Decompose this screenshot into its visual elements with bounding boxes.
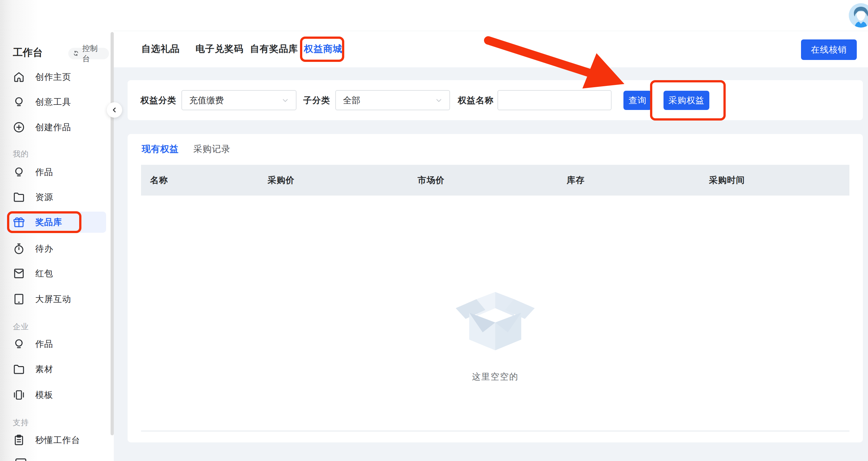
sidebar-scrollbar[interactable] [111, 32, 114, 435]
category-select[interactable]: 充值缴费 [181, 90, 297, 110]
sidebar-item-label: 待办 [35, 243, 53, 254]
sidebar-item-label: 创建作品 [35, 122, 71, 133]
screen-icon [12, 293, 26, 306]
subcategory-select[interactable]: 全部 [335, 90, 450, 110]
sidebar-item-bulb[interactable]: 作品 [0, 160, 114, 185]
tab-2[interactable]: 电子兑奖码 [195, 31, 244, 67]
console-switch-button[interactable]: 控制台 [68, 48, 109, 59]
sidebar-item-label: 红包 [35, 268, 53, 279]
benefit-name-label: 权益名称 [458, 80, 494, 120]
content-area: 权益分类 充值缴费 子分类 全部 权益名称 查询 采购权益 现有权益采购记录 名… [114, 67, 868, 461]
empty-state: 这里空空的 [128, 278, 863, 382]
sidebar-item-label: 模板 [35, 389, 53, 401]
avatar-person-icon [849, 3, 868, 28]
subcategory-filter-label: 子分类 [303, 80, 330, 120]
sidebar-item-stopwatch[interactable]: 待办 [0, 236, 114, 261]
sidebar-item-label: 作品 [35, 338, 53, 350]
sidebar-section-label: 支持 [13, 418, 29, 428]
sidebar: 工作台 控制台 创作主页创意工具创建作品我的作品资源奖品库待办红包大屏互动企业作… [0, 0, 114, 461]
sidebar-header: 工作台 控制台 [13, 45, 109, 61]
subcategory-select-value: 全部 [343, 95, 435, 106]
sidebar-item-label: 奖品库 [35, 216, 62, 228]
records-subtabs: 现有权益采购记录 [142, 143, 230, 155]
category-select-value: 充值缴费 [189, 95, 281, 106]
clipboard-icon [12, 433, 26, 447]
table-column-header: 库存 [567, 175, 709, 186]
sidebar-section-label: 企业 [13, 321, 29, 332]
table-column-header: 采购时间 [709, 175, 849, 186]
category-filter-label: 权益分类 [141, 80, 176, 120]
filter-panel: 权益分类 充值缴费 子分类 全部 权益名称 查询 采购权益 [128, 80, 863, 120]
records-table-header: 名称采购价市场价库存采购时间 [141, 165, 849, 195]
bulb-icon [12, 95, 26, 109]
home-icon [12, 70, 26, 84]
benefit-name-input[interactable] [497, 90, 612, 110]
pagination-divider [141, 431, 849, 431]
bulb-icon [12, 165, 26, 179]
sidebar-item-label: 资源 [35, 191, 53, 203]
online-verify-button[interactable]: 在线核销 [801, 39, 857, 60]
sidebar-item-label: 大屏互动 [35, 293, 71, 305]
chevron-left-icon [111, 106, 118, 114]
chevron-down-icon [281, 96, 289, 104]
sidebar-item-plus-circle[interactable]: 创建作品 [0, 115, 114, 140]
empty-state-text: 这里空空的 [472, 371, 519, 382]
sidebar-item-folder[interactable]: 素材 [0, 357, 114, 382]
sidebar-item-home[interactable]: 创作主页 [0, 64, 114, 89]
sidebar-item-bulb[interactable]: 创意工具 [0, 89, 114, 115]
red-envelope-icon [12, 267, 26, 280]
sidebar-item-gift[interactable]: 奖品库 [0, 210, 114, 235]
prize-tabs-bar: 自选礼品电子兑奖码自有奖品库权益商城 在线核销 [114, 31, 868, 67]
sidebar-section-label: 我的 [13, 149, 29, 159]
folder-icon [12, 363, 26, 376]
sidebar-item-red-envelope[interactable]: 红包 [0, 261, 114, 286]
sidebar-item-folder[interactable]: 资源 [0, 185, 114, 210]
sidebar-item-label: 秒懂工作台 [35, 434, 80, 446]
stopwatch-icon [12, 242, 26, 255]
partial-next-item-icon [16, 458, 26, 461]
sidebar-item-label: 素材 [35, 364, 53, 375]
sidebar-title: 工作台 [13, 47, 43, 58]
bulb-icon [12, 337, 26, 351]
subtab-2[interactable]: 采购记录 [193, 143, 230, 155]
folder-icon [12, 190, 26, 204]
sidebar-item-label: 创作主页 [35, 71, 71, 83]
sidebar-item-label: 创意工具 [35, 96, 71, 108]
purchase-benefit-button[interactable]: 采购权益 [663, 91, 709, 110]
top-header [114, 0, 868, 31]
table-column-header: 采购价 [268, 175, 417, 186]
plus-circle-icon [12, 121, 26, 134]
tab-3[interactable]: 自有奖品库 [250, 31, 298, 67]
search-button[interactable]: 查询 [623, 91, 652, 110]
table-column-header: 市场价 [417, 175, 567, 186]
main-area: 自选礼品电子兑奖码自有奖品库权益商城 在线核销 权益分类 充值缴费 子分类 全部… [114, 0, 868, 461]
sidebar-item-template[interactable]: 模板 [0, 382, 114, 407]
gift-icon [12, 215, 26, 229]
sidebar-item-label: 作品 [35, 166, 53, 178]
workbench-page: 工作台 控制台 创作主页创意工具创建作品我的作品资源奖品库待办红包大屏互动企业作… [0, 0, 868, 461]
switch-console-icon [73, 50, 80, 57]
sidebar-collapse-button[interactable] [107, 102, 122, 118]
empty-box-illustration [451, 278, 540, 356]
sidebar-item-clipboard[interactable]: 秒懂工作台 [0, 428, 114, 453]
subtab-1[interactable]: 现有权益 [142, 143, 179, 155]
table-column-header: 名称 [141, 175, 268, 186]
console-button-label: 控制台 [82, 43, 103, 64]
sidebar-item-screen[interactable]: 大屏互动 [0, 286, 114, 312]
user-avatar[interactable] [849, 3, 868, 28]
records-panel: 现有权益采购记录 名称采购价市场价库存采购时间 这里空空的 [128, 134, 863, 442]
chevron-down-icon [435, 96, 443, 104]
template-icon [12, 388, 26, 402]
tab-4[interactable]: 权益商城 [304, 31, 342, 67]
tab-1[interactable]: 自选礼品 [142, 31, 180, 67]
sidebar-item-bulb[interactable]: 作品 [0, 332, 114, 357]
